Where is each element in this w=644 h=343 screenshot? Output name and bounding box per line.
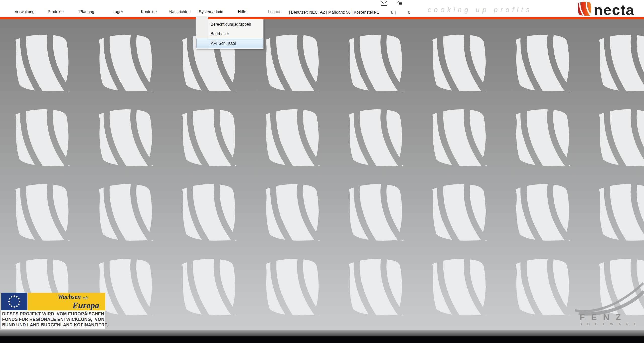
eu-body-line-2: FONDS FÜR REGIONALE ENTWICKLUNG, VON [2, 317, 104, 322]
eu-body-line-3: BUND UND LAND BURGENLAND KOFINANZIERT. [2, 322, 104, 328]
eu-flag [1, 293, 27, 310]
fenz-subtitle: SOFTWARE [580, 322, 644, 326]
menu-item-lager[interactable]: Lager [102, 10, 134, 17]
logout-link[interactable]: Logout [265, 0, 283, 17]
eu-banner-text: DIESES PROJEKT WIRD VOM EUROPÄISCHEN FON… [1, 310, 105, 329]
bottom-bar [0, 330, 644, 343]
workspace-background: Wachsen mit Europa DIESES PROJEKT WIRD V… [0, 19, 644, 330]
task-count: 0 [408, 10, 410, 15]
eu-funding-banner: Wachsen mit Europa DIESES PROJEKT WIRD V… [1, 293, 105, 329]
session-info-text: | Benutzer: NECTA2 | Mandant: 56 | Koste… [289, 10, 379, 15]
mail-count: 0 [391, 10, 393, 15]
session-status: | Benutzer: NECTA2 | Mandant: 56 | Koste… [289, 0, 410, 17]
menu-item-planung[interactable]: Planung [71, 10, 102, 17]
fenz-wordmark: FENZ [580, 313, 644, 321]
systemadmin-dropdown-menu: BerechtigungsgruppenBearbeiterAPI-Schlüs… [196, 19, 264, 49]
necta-leaf-icon [578, 2, 591, 17]
necta-wordmark: necta [594, 3, 634, 17]
dropdown-item-berechtigungsgruppen[interactable]: Berechtigungsgruppen [196, 20, 263, 29]
menu-item-produkte[interactable]: Produkte [40, 10, 71, 17]
eu-headline-europa: Europa [27, 301, 103, 310]
fenz-software-logo: FENZ SOFTWARE [580, 313, 644, 326]
top-menu-bar: VerwaltungProduktePlanungLagerKontrolleN… [0, 0, 644, 17]
eu-headline-mit: mit [83, 296, 88, 300]
bottom-bar-black [0, 336, 644, 343]
status-separator: | [395, 10, 396, 15]
accent-bar [0, 17, 644, 19]
menu-item-nachrichten[interactable]: Nachrichten [165, 10, 196, 17]
eu-headline-wachsen: Wachsen [58, 293, 81, 300]
dropdown-items: BerechtigungsgruppenBearbeiterAPI-Schlüs… [196, 20, 263, 48]
eu-banner-headline: Wachsen mit Europa [27, 293, 105, 310]
brand-tagline: cooking up profits [428, 0, 532, 17]
envelope-icon[interactable] [381, 0, 390, 15]
application-window: VerwaltungProduktePlanungLagerKontrolleN… [0, 0, 644, 343]
menu-item-hilfe[interactable]: Hilfe [227, 10, 258, 17]
bottom-bar-gradient [0, 330, 644, 336]
task-list-icon[interactable] [397, 0, 407, 15]
dropdown-notch [196, 16, 208, 20]
main-menu: VerwaltungProduktePlanungLagerKontrolleN… [9, 0, 258, 17]
dropdown-item-bearbeiter[interactable]: Bearbeiter [196, 29, 263, 39]
eu-body-line-1: DIESES PROJEKT WIRD VOM EUROPÄISCHEN [2, 311, 104, 317]
dropdown-item-api-schl-ssel[interactable]: API-Schlüssel [196, 39, 263, 48]
necta-logo: necta [578, 2, 634, 17]
menu-item-verwaltung[interactable]: Verwaltung [9, 10, 40, 17]
menu-item-kontrolle[interactable]: Kontrolle [133, 10, 165, 17]
leaf-pattern-background [0, 19, 644, 330]
